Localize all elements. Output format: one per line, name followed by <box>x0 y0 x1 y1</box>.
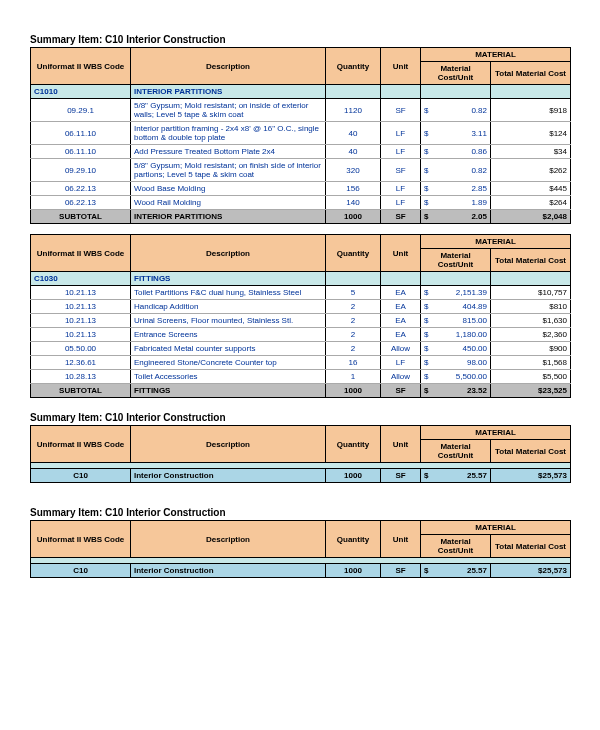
table-row: 10.21.13Entrance Screens2EA$1,180.00$2,3… <box>31 328 571 342</box>
col-material: MATERIAL <box>421 48 571 62</box>
cell-code: 05.50.00 <box>31 342 131 356</box>
cell-desc: Toilet Accessories <box>131 370 326 384</box>
cat-code: C1010 <box>31 85 131 99</box>
cell-qty: 16 <box>326 356 381 370</box>
cell-mcu: $3.11 <box>421 122 491 145</box>
cell-code: 06.11.10 <box>31 145 131 159</box>
section-title-2: Summary Item: C10 Interior Construction <box>30 412 570 423</box>
table-summary-1: Uniformat II WBS Code Description Quanti… <box>30 425 571 483</box>
table-row: 06.22.13Wood Base Molding156LF$2.85$445 <box>31 182 571 196</box>
table-row: 05.50.00Fabricated Metal counter support… <box>31 342 571 356</box>
cell-tmc: $5,500 <box>491 370 571 384</box>
col-mcu: Material Cost/Unit <box>421 249 491 272</box>
cell-mcu: $98.00 <box>421 356 491 370</box>
table-row: 10.21.13Handicap Addition2EA$404.89$810 <box>31 300 571 314</box>
col-material: MATERIAL <box>421 426 571 440</box>
subtotal-desc: INTERIOR PARTITIONS <box>131 210 326 224</box>
col-qty: Quantity <box>326 235 381 272</box>
cell-code: 09.29.10 <box>31 159 131 182</box>
table-row: 10.21.13Urinal Screens, Floor mounted, S… <box>31 314 571 328</box>
col-desc: Description <box>131 48 326 85</box>
cell-desc: Fabricated Metal counter supports <box>131 342 326 356</box>
cell-mcu: $404.89 <box>421 300 491 314</box>
sum-unit: SF <box>381 564 421 578</box>
cell-mcu: $0.86 <box>421 145 491 159</box>
subtotal-label: SUBTOTAL <box>31 384 131 398</box>
col-unit: Unit <box>381 521 421 558</box>
col-mcu: Material Cost/Unit <box>421 535 491 558</box>
col-mcu: Material Cost/Unit <box>421 62 491 85</box>
sum-code: C10 <box>31 469 131 483</box>
cell-code: 06.22.13 <box>31 196 131 210</box>
cell-code: 10.28.13 <box>31 370 131 384</box>
cell-unit: LF <box>381 145 421 159</box>
cell-mcu: $5,500.00 <box>421 370 491 384</box>
table-row: 06.11.10Add Pressure Treated Bottom Plat… <box>31 145 571 159</box>
col-code: Uniformat II WBS Code <box>31 235 131 272</box>
cell-desc: Entrance Screens <box>131 328 326 342</box>
col-desc: Description <box>131 426 326 463</box>
cell-qty: 40 <box>326 122 381 145</box>
cell-tmc: $918 <box>491 99 571 122</box>
subtotal-tmc: $23,525 <box>491 384 571 398</box>
subtotal-tmc: $2,048 <box>491 210 571 224</box>
cell-unit: LF <box>381 122 421 145</box>
table-row: 06.11.10Interior partition framing - 2x4… <box>31 122 571 145</box>
cell-unit: LF <box>381 356 421 370</box>
sum-code: C10 <box>31 564 131 578</box>
subtotal-label: SUBTOTAL <box>31 210 131 224</box>
cell-code: 10.21.13 <box>31 286 131 300</box>
col-code: Uniformat II WBS Code <box>31 426 131 463</box>
cell-tmc: $124 <box>491 122 571 145</box>
cell-code: 09.29.1 <box>31 99 131 122</box>
sum-unit: SF <box>381 469 421 483</box>
col-material: MATERIAL <box>421 521 571 535</box>
sum-desc: Interior Construction <box>131 469 326 483</box>
subtotal-desc: FITTINGS <box>131 384 326 398</box>
table-row: 06.22.13Wood Rail Molding140LF$1.89$264 <box>31 196 571 210</box>
table-row: 09.29.105/8" Gypsum; Mold resistant; on … <box>31 159 571 182</box>
cell-mcu: $1.89 <box>421 196 491 210</box>
table-row: 09.29.15/8" Gypsum; Mold resistant; on i… <box>31 99 571 122</box>
cell-tmc: $2,360 <box>491 328 571 342</box>
col-code: Uniformat II WBS Code <box>31 521 131 558</box>
cell-qty: 2 <box>326 328 381 342</box>
cell-unit: SF <box>381 159 421 182</box>
col-code: Uniformat II WBS Code <box>31 48 131 85</box>
col-qty: Quantity <box>326 48 381 85</box>
subtotal-mcu: $2.05 <box>421 210 491 224</box>
col-qty: Quantity <box>326 426 381 463</box>
cell-mcu: $0.82 <box>421 99 491 122</box>
col-desc: Description <box>131 235 326 272</box>
col-tmc: Total Material Cost <box>491 62 571 85</box>
cell-unit: Allow <box>381 370 421 384</box>
col-desc: Description <box>131 521 326 558</box>
cell-qty: 1 <box>326 370 381 384</box>
cell-code: 06.11.10 <box>31 122 131 145</box>
section-title-3: Summary Item: C10 Interior Construction <box>30 507 570 518</box>
cell-desc: 5/8" Gypsum; Mold resistant; on inside o… <box>131 99 326 122</box>
cell-tmc: $1,568 <box>491 356 571 370</box>
cell-mcu: $450.00 <box>421 342 491 356</box>
sum-tmc: $25,573 <box>491 469 571 483</box>
cell-code: 10.21.13 <box>31 300 131 314</box>
subtotal-qty: 1000 <box>326 384 381 398</box>
col-unit: Unit <box>381 48 421 85</box>
col-material: MATERIAL <box>421 235 571 249</box>
cell-qty: 1120 <box>326 99 381 122</box>
sum-mcu: $25.57 <box>421 564 491 578</box>
cell-unit: EA <box>381 314 421 328</box>
cell-desc: Wood Base Molding <box>131 182 326 196</box>
cell-code: 10.21.13 <box>31 314 131 328</box>
cat-desc: INTERIOR PARTITIONS <box>131 85 326 99</box>
sum-tmc: $25,573 <box>491 564 571 578</box>
cell-unit: LF <box>381 182 421 196</box>
cell-tmc: $1,630 <box>491 314 571 328</box>
sum-desc: Interior Construction <box>131 564 326 578</box>
subtotal-mcu: $23.52 <box>421 384 491 398</box>
cell-mcu: $2.85 <box>421 182 491 196</box>
subtotal-qty: 1000 <box>326 210 381 224</box>
cell-qty: 2 <box>326 342 381 356</box>
table-row: 12.36.61Engineered Stone/Concrete Counte… <box>31 356 571 370</box>
col-tmc: Total Material Cost <box>491 249 571 272</box>
